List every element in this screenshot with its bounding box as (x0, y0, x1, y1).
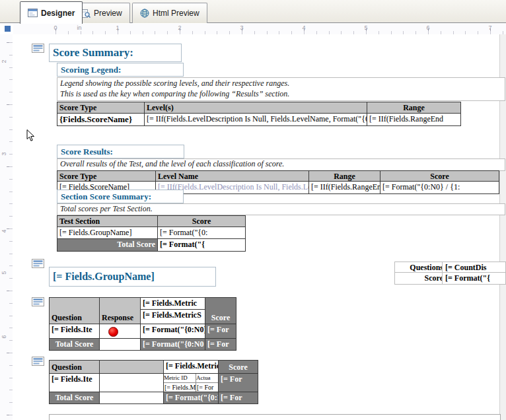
detail-a-row-score[interactable]: [= For (205, 324, 236, 338)
detail-b-footer-label[interactable]: Total Score (49, 392, 99, 403)
nested-val-score[interactable]: [= For (196, 382, 218, 392)
results-col-range[interactable]: Range (308, 170, 380, 181)
tab-html-preview[interactable]: Html Preview (132, 3, 207, 23)
detail-b-footer-empty[interactable] (99, 392, 163, 403)
vruler-label: 2 (1, 59, 7, 63)
detail-b-nested-table[interactable]: Metric ID Actua [= Fields.M [= For (163, 373, 218, 392)
results-col-score[interactable]: Score (380, 170, 499, 181)
partial-band-box[interactable] (49, 414, 501, 420)
scoring-legend-description-line1: Legend showing the possible scoring leve… (60, 78, 502, 88)
detail-a-question-header[interactable]: Question (49, 297, 99, 324)
summary-col-test-section[interactable]: Test Section (57, 215, 157, 227)
detail-b-row-question[interactable]: [= Fields.Ite (49, 373, 99, 392)
hruler-label: 0 (54, 24, 57, 31)
hruler-label: 1 (116, 24, 119, 31)
detail-b-row-score[interactable]: [= For (218, 373, 258, 392)
hruler-label: 6 (426, 24, 429, 31)
summary-footer-label[interactable]: Total Score (57, 238, 157, 251)
detail-a-response-header[interactable]: Response (99, 297, 140, 324)
tab-designer-label: Designer (41, 9, 75, 18)
hruler-label: 3 (240, 24, 243, 31)
detail-table-b[interactable]: Question [= Fields.Metric Score [= Field… (49, 360, 258, 404)
legend-col-range[interactable]: Range (367, 102, 460, 113)
group-score-value[interactable]: [= Format("{ (442, 272, 506, 285)
arrow-cursor-icon (26, 129, 35, 142)
detail-a-response-cell[interactable] (99, 324, 140, 338)
summary-row-score[interactable]: [= Format("{0: (157, 227, 245, 238)
hruler-label: 7 (488, 24, 491, 31)
vruler-label: 4 (1, 229, 7, 232)
scoring-legend-description-line2: This is used as the key when comparing t… (60, 88, 502, 99)
vertical-ruler: 2 3 4 5 6 (0, 34, 13, 420)
tab-preview-label: Preview (94, 9, 122, 18)
detail-b-metric-header[interactable]: [= Fields.Metric (163, 360, 218, 373)
detail-a-metric-sub-header[interactable]: [= Fields.MetricS (140, 309, 205, 324)
detail-a-footer-empty[interactable] (99, 338, 140, 350)
detail-b-footer-value[interactable]: [= Format("{0:N0 (163, 392, 218, 403)
vruler-label: 6 (1, 335, 7, 338)
detail-a-footer-value[interactable]: [= Format("{0:N0 (140, 338, 205, 350)
legend-row-score-type[interactable]: {Fields.ScoreName} (57, 113, 144, 125)
nested-col-metric-id[interactable]: Metric ID (164, 374, 196, 382)
detail-a-metric-header[interactable]: [= Fields.Metric (140, 297, 205, 309)
tab-html-preview-label: Html Preview (153, 9, 199, 18)
detail-b-empty-header[interactable] (99, 360, 163, 373)
detail-b-footer-score[interactable]: [= For (218, 392, 258, 403)
form-designer-icon (28, 9, 38, 17)
group-title-textbox[interactable]: [= Fields.GroupName] (49, 267, 216, 287)
results-row-score[interactable]: [= Format("{0:N0} / {1: (380, 181, 499, 193)
detail-a-row-value[interactable]: [= Format("{0:N0}/ (140, 324, 205, 338)
legend-row-range[interactable]: [= IIf(Fields.RangeEnd (367, 113, 460, 125)
results-row-range[interactable]: [= IIf(Fields.RangeEnd (308, 181, 380, 193)
report-title-textbox[interactable]: Score Summary: (49, 44, 182, 62)
legend-col-levels[interactable]: Level(s) (144, 102, 367, 113)
band-edit-icon[interactable] (32, 357, 44, 366)
hruler-label: 5 (364, 24, 367, 31)
scoring-legend-table[interactable]: Score Type Level(s) Range {Fields.ScoreN… (57, 102, 461, 126)
tab-designer[interactable]: Designer (20, 1, 83, 24)
detail-b-score-header[interactable]: Score (218, 360, 258, 373)
group-score-label[interactable]: Score: (394, 272, 449, 285)
vruler-label: 3 (1, 152, 7, 155)
hruler-label: 2 (178, 24, 181, 31)
hruler-label: 4 (302, 24, 305, 31)
detail-b-row-empty[interactable] (99, 373, 163, 392)
report-designer-window: Designer Preview Html Preview 0 in 1 2 3… (0, 0, 506, 420)
detail-a-row-question[interactable]: [= Fields.Ite (49, 324, 99, 338)
legend-row-levels[interactable]: [= IIf(Fields.LevelDescription Is Null, … (144, 113, 367, 125)
globe-icon (140, 9, 149, 18)
detail-b-question-header[interactable]: Question (49, 360, 99, 373)
summary-footer-score[interactable]: [= Format("{ (157, 238, 245, 251)
results-col-level-name[interactable]: Level Name (155, 170, 308, 181)
score-results-heading[interactable]: Score Results: (57, 145, 184, 158)
results-col-score-type[interactable]: Score Type (57, 170, 155, 181)
summary-row-test-section[interactable]: [= Fields.GroupName] (57, 227, 157, 238)
section-summary-heading[interactable]: Section Score Summary: (57, 190, 184, 203)
tab-strip: Designer Preview Html Preview (0, 0, 506, 23)
legend-col-score-type[interactable]: Score Type (57, 102, 144, 113)
nested-col-actual[interactable]: Actua (196, 374, 218, 382)
band-edit-icon[interactable] (32, 44, 44, 53)
summary-col-score[interactable]: Score (157, 215, 245, 227)
detail-a-footer-score[interactable]: [= For (205, 338, 236, 350)
detail-a-footer-label[interactable]: Total Score (49, 338, 99, 350)
nested-val-metric[interactable]: [= Fields.M (164, 382, 196, 392)
section-summary-table[interactable]: Test Section Score [= Fields.GroupName] … (57, 215, 246, 252)
band-edit-icon[interactable] (32, 259, 44, 268)
horizontal-ruler: 0 in 1 2 3 4 5 6 7 (13, 24, 506, 34)
section-summary-description[interactable]: Total scores per Test Section. (57, 203, 505, 215)
score-results-description[interactable]: Overall results of the Test, and the lev… (57, 158, 505, 171)
red-radio-icon[interactable] (108, 327, 118, 337)
hruler-unit: in (77, 24, 81, 31)
vruler-label: 5 (1, 271, 7, 274)
band-edit-icon[interactable] (32, 297, 44, 306)
detail-table-a[interactable]: Question Response [= Fields.Metric [= Fi… (49, 297, 236, 351)
detail-a-score-header[interactable]: Score (205, 297, 236, 324)
scoring-legend-heading[interactable]: Scoring Legend: (57, 63, 184, 77)
ruler-corner-marker (5, 26, 11, 32)
scoring-legend-description[interactable]: Legend showing the possible scoring leve… (57, 77, 505, 101)
